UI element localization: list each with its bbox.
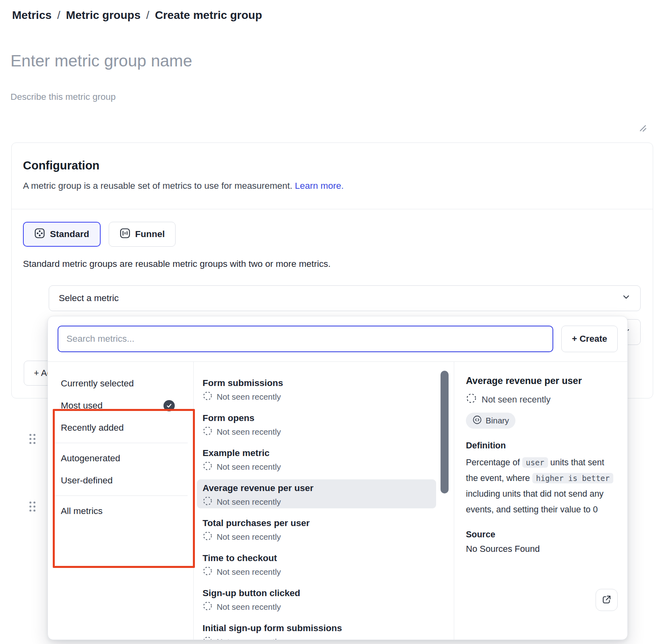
filter-autogenerated[interactable]: Autogenerated — [48, 447, 193, 469]
metric-list-item[interactable]: Example metric Not seen recently — [197, 444, 436, 473]
filter-recently-added[interactable]: Recently added — [48, 417, 193, 439]
filter-label: User-defined — [61, 475, 175, 486]
breadcrumb-separator: / — [57, 9, 60, 22]
breadcrumb-metrics[interactable]: Metrics — [12, 9, 52, 22]
detail-title: Average revenue per user — [466, 376, 615, 386]
metric-list-item[interactable]: Form opens Not seen recently — [197, 409, 436, 438]
binary-label: Binary — [486, 416, 509, 425]
breadcrumb: Metrics / Metric groups / Create metric … — [12, 9, 262, 22]
metric-status: Not seen recently — [217, 532, 281, 542]
metric-detail-panel: Average revenue per user Not seen recent… — [454, 362, 627, 640]
group-type-toggle: Standard Funnel — [23, 222, 176, 247]
metric-group-description-input[interactable] — [10, 92, 652, 124]
metric-title: Sign-up button clicked — [203, 588, 430, 599]
divider — [54, 495, 188, 496]
code-pill-user: user — [522, 457, 548, 468]
breadcrumb-separator: / — [146, 9, 149, 22]
dashed-circle-icon — [203, 426, 213, 438]
dashed-circle-icon — [203, 496, 213, 508]
metric-title: Average revenue per user — [203, 483, 430, 493]
metric-select-1[interactable]: Select a metric — [49, 285, 641, 311]
filter-currently-selected[interactable]: Currently selected — [48, 372, 193, 394]
dashed-circle-icon — [203, 391, 213, 403]
definition-heading: Definition — [466, 441, 615, 451]
drag-handle-icon[interactable] — [29, 502, 35, 512]
source-value: No Sources Found — [466, 544, 615, 554]
dashed-circle-icon — [203, 531, 213, 543]
code-pill-higher-is-better: higher is better — [532, 473, 613, 483]
metric-title: Example metric — [203, 448, 430, 458]
scrollbar[interactable] — [441, 371, 449, 493]
filter-label: Autogenerated — [61, 453, 175, 464]
metric-status: Not seen recently — [217, 497, 281, 507]
standard-hint-text: Standard metric groups are reusable metr… — [23, 259, 331, 269]
dashed-circle-icon — [203, 461, 213, 473]
drag-handle-icon[interactable] — [29, 434, 35, 444]
metric-picker-popup: + Create Currently selected Most used Re… — [48, 316, 628, 640]
configuration-description: A metric group is a reusable set of metr… — [23, 181, 344, 191]
breadcrumb-create-metric-group: Create metric group — [155, 9, 262, 22]
definition-segment: Percentage of — [466, 458, 522, 467]
funnel-bars-icon — [120, 228, 130, 241]
binary-icon — [472, 415, 482, 427]
filter-all-metrics[interactable]: All metrics — [48, 500, 193, 522]
definition-segment: including units that did not send any ev… — [466, 489, 604, 514]
detail-status-label: Not seen recently — [482, 394, 550, 405]
divider — [12, 209, 653, 209]
check-icon — [163, 400, 175, 411]
metric-list-item[interactable]: Total purchases per user Not seen recent… — [197, 514, 436, 543]
standard-grid-icon — [34, 228, 45, 241]
filter-label: Recently added — [61, 423, 175, 433]
type-standard-button[interactable]: Standard — [23, 222, 101, 247]
dashed-circle-icon — [203, 566, 213, 578]
metric-list-item[interactable]: Time to checkout Not seen recently — [197, 549, 436, 578]
metric-list-item-selected[interactable]: Average revenue per user Not seen recent… — [197, 479, 436, 508]
metric-list-item[interactable]: Form submissions Not seen recently — [197, 374, 436, 403]
popup-header: + Create — [48, 316, 627, 362]
create-metric-button[interactable]: + Create — [561, 326, 618, 352]
metric-title: Time to checkout — [203, 553, 430, 564]
metric-title: Form opens — [203, 413, 430, 423]
definition-text: Percentage of user units that sent the e… — [466, 455, 615, 518]
metric-title: Initial sign-up form submissions — [203, 623, 430, 634]
filter-label: All metrics — [61, 506, 175, 516]
chevron-down-icon — [622, 293, 631, 304]
configuration-title: Configuration — [23, 159, 99, 172]
dashed-circle-icon — [203, 636, 213, 640]
learn-more-link[interactable]: Learn more. — [295, 181, 343, 191]
filter-most-used[interactable]: Most used — [48, 394, 193, 417]
metric-status: Not seen recently — [217, 567, 281, 577]
filter-user-defined[interactable]: User-defined — [48, 469, 193, 491]
metric-status: Not seen recently — [217, 602, 281, 612]
metric-group-name-input[interactable] — [10, 52, 639, 70]
external-link-icon — [601, 594, 612, 606]
filter-label: Currently selected — [61, 378, 175, 389]
dashed-circle-icon — [203, 601, 213, 613]
binary-type-badge: Binary — [466, 413, 515, 429]
metric-list: Form submissions Not seen recently Form … — [194, 362, 454, 640]
search-metrics-input[interactable] — [58, 326, 553, 352]
dashed-circle-icon — [466, 393, 477, 406]
metric-status: Not seen recently — [217, 427, 281, 437]
metric-status: Not seen recently — [217, 462, 281, 472]
metric-status: Not seen recently — [217, 637, 281, 640]
detail-status: Not seen recently — [466, 393, 615, 406]
configuration-description-text: A metric group is a reusable set of metr… — [23, 181, 292, 191]
popup-body: Currently selected Most used Recently ad… — [48, 362, 627, 640]
type-funnel-label: Funnel — [135, 229, 165, 239]
type-standard-label: Standard — [50, 229, 89, 239]
metric-select-placeholder: Select a metric — [59, 293, 119, 303]
type-funnel-button[interactable]: Funnel — [109, 222, 176, 247]
metric-title: Form submissions — [203, 378, 430, 388]
metric-title: Total purchases per user — [203, 518, 430, 528]
metric-list-item[interactable]: Initial sign-up form submissions Not see… — [197, 619, 436, 640]
metric-list-item[interactable]: Sign-up button clicked Not seen recently — [197, 584, 436, 613]
open-metric-button[interactable] — [596, 589, 618, 611]
breadcrumb-metric-groups[interactable]: Metric groups — [66, 9, 141, 22]
filter-label: Most used — [61, 400, 163, 411]
source-heading: Source — [466, 530, 615, 540]
textarea-resize-grip-icon[interactable] — [638, 123, 647, 134]
filters-column: Currently selected Most used Recently ad… — [48, 362, 194, 640]
divider — [54, 443, 188, 443]
metric-status: Not seen recently — [217, 392, 281, 402]
